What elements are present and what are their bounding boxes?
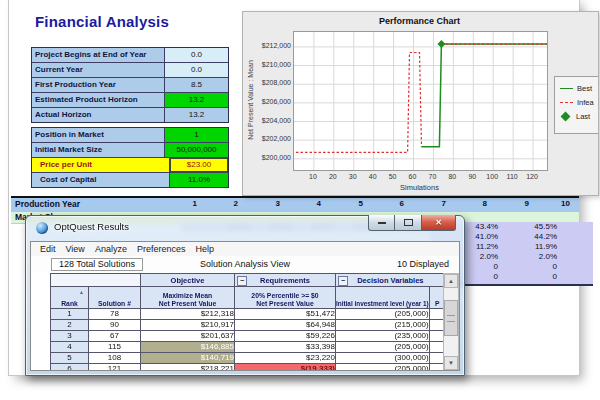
- share-cell[interactable]: 11.9%: [500, 242, 557, 251]
- caption-buttons: ✕: [368, 215, 456, 231]
- decision-cell[interactable]: (205,000): [336, 309, 430, 320]
- menu-edit[interactable]: Edit: [35, 244, 61, 254]
- solution-cell[interactable]: 108: [89, 353, 141, 364]
- cell-value[interactable]: 50,000,000: [165, 143, 228, 157]
- info-bar: 128 Total Solutions Solution Analysis Vi…: [31, 256, 459, 273]
- cell-value[interactable]: 13.2: [165, 93, 228, 107]
- view-mode-label: Solution Analysis View: [31, 259, 459, 269]
- objective-column-header[interactable]: Maximize MeanNet Present Value: [141, 287, 235, 309]
- collapse-decision-button[interactable]: −: [338, 276, 348, 286]
- rank-column-header[interactable]: ▲Rank: [51, 287, 89, 309]
- requirement-cell[interactable]: $51,472: [235, 309, 336, 320]
- year-header: 1: [156, 199, 197, 208]
- rank-cell[interactable]: 6: [51, 364, 89, 372]
- infeasible-line-swatch-icon: [560, 102, 573, 103]
- rank-cell[interactable]: 1: [51, 309, 89, 320]
- requirement-cell[interactable]: $33,398: [235, 342, 336, 353]
- row-label: Actual Horizon: [32, 108, 165, 122]
- table-row: Initial Market Size 50,000,000: [32, 143, 228, 158]
- menu-help[interactable]: Help: [190, 244, 219, 254]
- requirement-column-header[interactable]: 20% Percentile >= $0Net Present Value: [235, 287, 336, 309]
- objective-cell[interactable]: $212,318: [141, 309, 235, 320]
- chart-legend: Best Infea Last: [554, 76, 599, 134]
- solution-cell[interactable]: 115: [89, 342, 141, 353]
- objective-cell[interactable]: $218,221: [141, 364, 235, 372]
- objective-cell[interactable]: $201,637: [141, 331, 235, 342]
- decision-cell[interactable]: (300,000): [336, 353, 430, 364]
- solution-cell[interactable]: 78: [89, 309, 141, 320]
- solution-cell[interactable]: 90: [89, 320, 141, 331]
- cell-value[interactable]: 0.0: [165, 48, 228, 62]
- solution-column-header[interactable]: Solution #: [89, 287, 141, 309]
- solution-row[interactable]: 3 67 $201,637 $59,226 (235,000): [51, 331, 446, 342]
- share-cell[interactable]: 49.1: [559, 222, 593, 231]
- share-cell[interactable]: 45.5%: [500, 222, 557, 231]
- share-cell[interactable]: 2.0: [559, 252, 593, 261]
- share-cell[interactable]: 0: [500, 272, 557, 281]
- share-cell[interactable]: 2.0%: [500, 252, 557, 261]
- solution-cell[interactable]: 67: [89, 331, 141, 342]
- cell-value[interactable]: 13.2: [165, 108, 228, 122]
- minimize-button[interactable]: [368, 215, 395, 231]
- row-label: Current Year: [32, 63, 165, 77]
- maximize-button[interactable]: [395, 215, 421, 231]
- solution-cell[interactable]: 121: [89, 364, 141, 372]
- menu-analyze[interactable]: Analyze: [90, 244, 132, 254]
- year-header: 3: [239, 199, 280, 208]
- section-objective: Objective: [141, 274, 235, 287]
- year-header: 9: [488, 199, 529, 208]
- row-label: Project Begins at End of Year: [32, 48, 165, 62]
- decision-column-header[interactable]: Initial investment level (year 1): [336, 287, 430, 309]
- share-cell[interactable]: 12.0: [559, 242, 593, 251]
- solution-row[interactable]: 1 78 $212,318 $51,472 (205,000): [51, 309, 446, 320]
- objective-cell[interactable]: $146,885: [141, 342, 235, 353]
- vertical-scrollbar[interactable]: ▲ ▼: [443, 273, 459, 371]
- requirement-cell[interactable]: $64,948: [235, 320, 336, 331]
- decision-cell[interactable]: (205,000): [336, 342, 430, 353]
- decision-cell[interactable]: (235,000): [336, 331, 430, 342]
- rank-cell[interactable]: 4: [51, 342, 89, 353]
- requirement-cell[interactable]: $(19,333): [235, 364, 336, 372]
- decision-cell[interactable]: (205,000): [336, 364, 430, 372]
- column-header-row: ▲Rank Solution # Maximize MeanNet Presen…: [51, 287, 446, 309]
- solution-row[interactable]: 4 115 $146,885 $33,398 (205,000): [51, 342, 446, 353]
- y-tick-label: $204,000: [262, 117, 291, 124]
- production-year-label: Production Year: [15, 199, 80, 209]
- solution-row[interactable]: 5 108 $140,719 $23,220 (300,000): [51, 353, 446, 364]
- corner-cell: [51, 274, 141, 287]
- cell-value[interactable]: 8.5: [165, 78, 228, 92]
- menu-view[interactable]: View: [61, 244, 90, 254]
- share-cell[interactable]: 0: [500, 262, 557, 271]
- scroll-down-icon[interactable]: ▼: [444, 356, 458, 370]
- performance-chart-panel: Performance Chart Net Present Value : Me…: [242, 11, 599, 196]
- solution-row[interactable]: 2 90 $210,917 $64,948 (215,000): [51, 320, 446, 331]
- scroll-up-icon[interactable]: ▲: [444, 274, 458, 288]
- rank-cell[interactable]: 3: [51, 331, 89, 342]
- menu-bar: Edit View Analyze Preferences Help: [31, 242, 459, 257]
- requirement-cell[interactable]: $23,220: [235, 353, 336, 364]
- cell-value[interactable]: $23.00: [170, 158, 228, 172]
- legend-item: Last: [555, 109, 599, 123]
- window-titlebar[interactable]: OptQuest Results ✕: [26, 216, 464, 241]
- objective-cell[interactable]: $210,917: [141, 320, 235, 331]
- scrollbar-thumb[interactable]: [444, 300, 458, 336]
- objective-cell[interactable]: $140,719: [141, 353, 235, 364]
- share-cell[interactable]: 44.2%: [500, 232, 557, 241]
- share-cell[interactable]: 47.6: [559, 232, 593, 241]
- cell-value[interactable]: 11.0%: [170, 173, 228, 187]
- cell-value[interactable]: 0.0: [165, 63, 228, 77]
- collapse-requirements-button[interactable]: −: [237, 276, 247, 286]
- requirement-cell[interactable]: $59,226: [235, 331, 336, 342]
- close-button[interactable]: ✕: [421, 215, 456, 231]
- rank-cell[interactable]: 5: [51, 353, 89, 364]
- legend-label: Best: [577, 84, 592, 93]
- displayed-count: 10 Displayed: [397, 259, 449, 269]
- cell-value[interactable]: 1: [165, 128, 228, 142]
- rank-cell[interactable]: 2: [51, 320, 89, 331]
- menu-preferences[interactable]: Preferences: [132, 244, 191, 254]
- solution-row[interactable]: 6 121 $218,221 $(19,333) (205,000): [51, 364, 446, 372]
- minimize-icon: [378, 219, 386, 224]
- decision-cell[interactable]: (215,000): [336, 320, 430, 331]
- table-row: Price per Unit $23.00: [32, 158, 228, 173]
- x-tick-label: 120: [520, 173, 544, 180]
